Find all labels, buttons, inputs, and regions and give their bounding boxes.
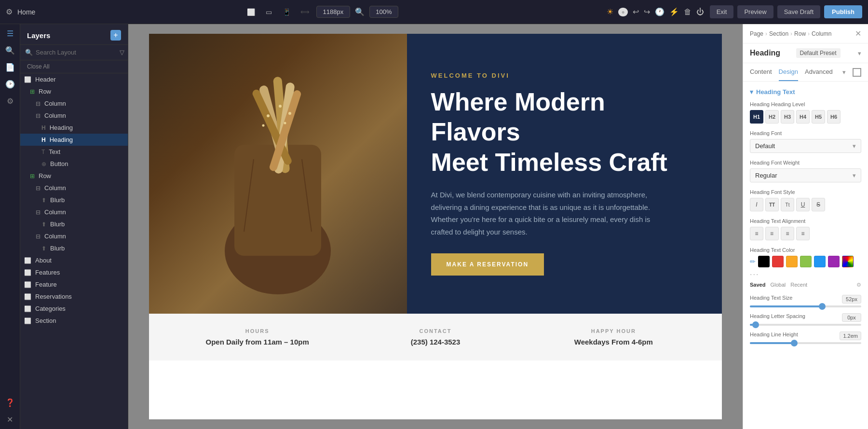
- more-colors-dots[interactable]: ···: [750, 270, 861, 279]
- layer-blurb3[interactable]: ⬆ Blurb: [20, 242, 128, 254]
- saved-colors-tab[interactable]: Saved: [750, 282, 765, 288]
- breadcrumb-row[interactable]: Row: [794, 30, 806, 37]
- zoom-display[interactable]: 100%: [369, 6, 398, 18]
- add-layer-button[interactable]: +: [110, 30, 121, 41]
- help-icon[interactable]: ❓: [5, 398, 15, 407]
- preview-button[interactable]: Preview: [737, 5, 773, 18]
- layer-col3[interactable]: ⊟ Column: [20, 182, 128, 194]
- letter-spacing-thumb[interactable]: [752, 321, 759, 328]
- recent-colors-tab[interactable]: Recent: [790, 282, 807, 288]
- color-black[interactable]: [758, 256, 770, 267]
- history-sidebar-icon[interactable]: 🕑: [5, 80, 15, 89]
- panel-close-button[interactable]: ✕: [855, 29, 861, 38]
- filter-icon[interactable]: ▽: [120, 49, 124, 56]
- font-weight-select[interactable]: Regular ▾: [750, 168, 861, 182]
- trash-icon[interactable]: 🗑: [684, 8, 692, 16]
- layer-col5[interactable]: ⊟ Column: [20, 230, 128, 242]
- layer-header[interactable]: ⬜ Header: [20, 73, 128, 85]
- toggle-icon[interactable]: ●: [618, 8, 627, 16]
- text-size-thumb[interactable]: [819, 303, 826, 310]
- redo-icon[interactable]: ↪: [644, 7, 650, 16]
- power-icon[interactable]: ⏻: [696, 8, 704, 16]
- sun-icon[interactable]: ☀: [607, 7, 613, 16]
- layer-reservations[interactable]: ⬜ Reservations: [20, 291, 128, 303]
- color-pencil-icon[interactable]: ✏: [750, 258, 756, 265]
- layer-categories[interactable]: ⬜ Categories: [20, 303, 128, 315]
- tools-icon[interactable]: ✕: [7, 415, 13, 424]
- h5-button[interactable]: H5: [812, 110, 825, 124]
- layer-heading1[interactable]: H Heading: [20, 122, 128, 134]
- tab-content[interactable]: Content: [750, 63, 772, 81]
- italic-button[interactable]: I: [750, 198, 763, 211]
- tab-design[interactable]: Design: [779, 63, 798, 81]
- h1-button[interactable]: H1: [750, 110, 763, 124]
- search-layout-input[interactable]: [36, 49, 117, 56]
- desktop-view-button[interactable]: ⬜: [244, 6, 258, 18]
- h3-button[interactable]: H3: [781, 110, 794, 124]
- layer-blurb2[interactable]: ⬆ Blurb: [20, 218, 128, 230]
- close-all-button[interactable]: Close All: [20, 60, 128, 73]
- capitalize-button[interactable]: Tt: [781, 198, 794, 211]
- uppercase-button[interactable]: TT: [765, 198, 779, 211]
- letter-spacing-value[interactable]: 0px: [842, 313, 861, 322]
- h4-button[interactable]: H4: [796, 110, 810, 124]
- history-icon[interactable]: 🕐: [655, 7, 665, 16]
- color-blue[interactable]: [814, 256, 826, 267]
- layer-row1[interactable]: ⊞ Row: [20, 85, 128, 97]
- canvas-area[interactable]: WELCOME TO DIVI Where Modern Flavors Mee…: [128, 24, 743, 429]
- line-height-track[interactable]: [750, 342, 861, 344]
- color-red[interactable]: [772, 256, 784, 267]
- settings-icon[interactable]: ⚡: [669, 7, 679, 16]
- tab-advanced[interactable]: Advanced: [805, 63, 833, 81]
- publish-button[interactable]: Publish: [824, 5, 862, 18]
- color-multicolor[interactable]: [842, 256, 854, 267]
- align-right-button[interactable]: ≡: [781, 227, 794, 240]
- layer-button1[interactable]: ⊕ Button: [20, 158, 128, 170]
- cta-button[interactable]: MAKE A RESERVATION: [431, 253, 544, 276]
- layer-blurb1[interactable]: ⬆ Blurb: [20, 194, 128, 206]
- color-purple[interactable]: [828, 256, 840, 267]
- font-select[interactable]: Default ▾: [750, 139, 861, 153]
- mobile-view-button[interactable]: 📱: [280, 6, 294, 18]
- strikethrough-button[interactable]: S: [812, 198, 825, 211]
- save-draft-button[interactable]: Save Draft: [777, 5, 820, 18]
- settings-sidebar-icon[interactable]: ⚙: [7, 97, 14, 106]
- width-display[interactable]: 1188px: [316, 6, 350, 18]
- undo-icon[interactable]: ↩: [633, 7, 639, 16]
- breadcrumb-page[interactable]: Page: [750, 30, 763, 37]
- layer-feature[interactable]: ⬜ Feature: [20, 278, 128, 291]
- layer-section[interactable]: ⬜ Section: [20, 315, 128, 327]
- breadcrumb-section[interactable]: Section: [769, 30, 788, 37]
- exit-button[interactable]: Exit: [710, 5, 734, 18]
- tab-square-button[interactable]: [853, 68, 861, 77]
- panel-preset[interactable]: Default Preset: [796, 48, 841, 58]
- breadcrumb-column[interactable]: Column: [812, 30, 831, 37]
- text-size-track[interactable]: [750, 305, 861, 307]
- align-left-button[interactable]: ≡: [750, 227, 763, 240]
- layers-icon[interactable]: ☰: [7, 29, 14, 38]
- tab-more-arrow[interactable]: ▾: [842, 69, 846, 76]
- align-justify-button[interactable]: ≡: [796, 227, 810, 240]
- letter-spacing-track[interactable]: [750, 324, 861, 326]
- h6-button[interactable]: H6: [827, 110, 841, 124]
- layer-col2[interactable]: ⊟ Column: [20, 110, 128, 122]
- layer-col4[interactable]: ⊟ Column: [20, 206, 128, 218]
- layer-features[interactable]: ⬜ Features: [20, 266, 128, 278]
- layer-text1[interactable]: T Text: [20, 146, 128, 158]
- tablet-view-button[interactable]: ▭: [263, 6, 275, 18]
- layer-about[interactable]: ⬜ About: [20, 254, 128, 266]
- text-size-value[interactable]: 52px: [842, 295, 861, 304]
- color-green[interactable]: [800, 256, 812, 267]
- gear-icon[interactable]: ⚙: [6, 7, 13, 16]
- color-settings-icon[interactable]: ⚙: [856, 282, 861, 288]
- global-colors-tab[interactable]: Global: [770, 282, 786, 288]
- search-elements-icon[interactable]: 🔍: [5, 46, 15, 55]
- layer-heading2[interactable]: H Heading: [20, 134, 128, 146]
- underline-button[interactable]: U: [796, 198, 810, 211]
- section-collapse-icon[interactable]: ▾: [750, 88, 753, 96]
- preset-dropdown-icon[interactable]: ▾: [858, 50, 861, 57]
- color-yellow[interactable]: [786, 256, 798, 267]
- h2-button[interactable]: H2: [765, 110, 779, 124]
- line-height-thumb[interactable]: [791, 340, 798, 346]
- line-height-value[interactable]: 1.2em: [840, 332, 861, 340]
